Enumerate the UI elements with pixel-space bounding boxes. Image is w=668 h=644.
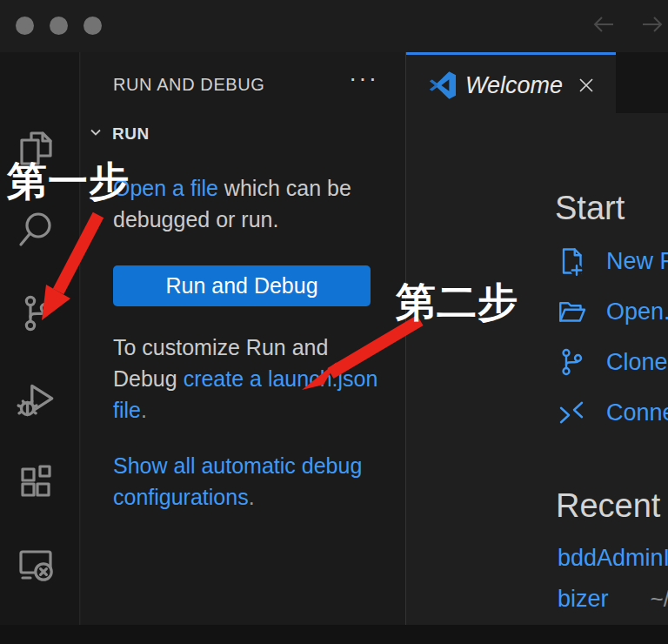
show-all-configs-link[interactable]: Show all automatic debug configurations bbox=[113, 453, 362, 509]
step1-label: 第一步 bbox=[7, 155, 130, 209]
recent-item[interactable]: bizer ~/c bbox=[558, 586, 668, 613]
more-actions-icon[interactable]: ··· bbox=[349, 64, 378, 92]
start-item-new-file[interactable]: New F bbox=[556, 245, 668, 277]
run-and-debug-icon[interactable] bbox=[15, 378, 58, 421]
search-icon[interactable] bbox=[15, 209, 57, 251]
nav-forward-icon[interactable] bbox=[639, 11, 665, 37]
recent-item-path: ~/c bbox=[651, 586, 668, 613]
customize-hint: To customize Run and Debug create a laun… bbox=[113, 332, 383, 426]
remote-connect-icon bbox=[556, 397, 587, 428]
start-item-clone[interactable]: Clone bbox=[556, 346, 668, 378]
run-section-label: RUN bbox=[112, 124, 150, 144]
tab-bar-empty bbox=[616, 52, 668, 113]
window-close-button[interactable] bbox=[16, 17, 34, 35]
run-section-header[interactable]: RUN bbox=[88, 124, 150, 144]
open-folder-icon bbox=[556, 296, 587, 327]
run-and-debug-panel: RUN AND DEBUG ··· RUN Open a file which … bbox=[81, 52, 405, 625]
vscode-window: RUN AND DEBUG ··· RUN Open a file which … bbox=[0, 0, 668, 644]
nav-back-icon[interactable] bbox=[591, 11, 617, 37]
source-control-icon[interactable] bbox=[15, 292, 57, 334]
recent-heading: Recent bbox=[556, 487, 660, 525]
open-file-hint: Open a file which can be debugged or run… bbox=[113, 172, 383, 235]
window-minimize-button[interactable] bbox=[50, 17, 68, 35]
welcome-page: Start New F Open. Clone Conne Recent bdd… bbox=[406, 113, 668, 625]
title-bar bbox=[0, 0, 668, 52]
panel-title: RUN AND DEBUG bbox=[113, 75, 265, 95]
new-file-icon bbox=[556, 245, 587, 277]
run-and-debug-button[interactable]: Run and Debug bbox=[113, 265, 371, 306]
step2-label: 第二步 bbox=[396, 276, 518, 330]
chevron-down-icon bbox=[88, 124, 104, 144]
start-item-connect[interactable]: Conne bbox=[556, 397, 668, 428]
git-clone-icon bbox=[556, 346, 587, 378]
tab-close-icon[interactable] bbox=[575, 74, 598, 97]
tab-title: Welcome bbox=[465, 72, 563, 99]
extensions-icon[interactable] bbox=[15, 461, 57, 503]
tab-welcome[interactable]: Welcome bbox=[406, 52, 616, 113]
recent-item[interactable]: bddAdminI bbox=[558, 545, 668, 572]
window-zoom-button[interactable] bbox=[84, 17, 102, 35]
start-heading: Start bbox=[555, 190, 625, 227]
activity-bar bbox=[0, 52, 80, 625]
show-configs-hint: Show all automatic debug configurations. bbox=[113, 450, 383, 513]
start-item-open[interactable]: Open. bbox=[556, 296, 668, 327]
bottom-strip bbox=[0, 625, 668, 644]
vscode-logo-icon bbox=[429, 71, 457, 99]
remote-explorer-icon[interactable] bbox=[15, 544, 57, 586]
editor-group: Welcome Start New F Open. Clone Conne bbox=[405, 52, 668, 625]
